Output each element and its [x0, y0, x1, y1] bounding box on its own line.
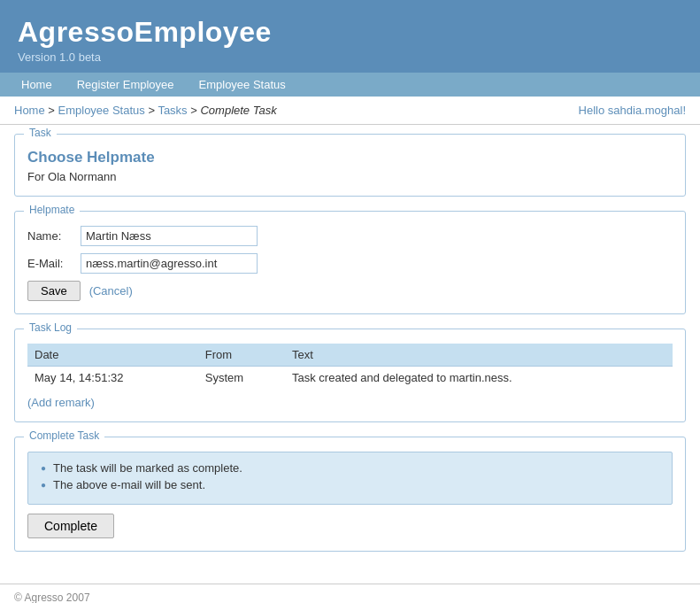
bullet-icon-1: ● [41, 463, 46, 473]
breadcrumb-employee-status[interactable]: Employee Status [58, 104, 145, 117]
greeting-username-colored: moghal [645, 104, 683, 117]
cancel-link[interactable]: (Cancel) [89, 284, 133, 298]
nav-employee-status[interactable]: Employee Status [187, 73, 298, 97]
complete-info-box: ● The task will be marked as complete. ●… [27, 452, 673, 505]
bullet-text-1: The task will be marked as complete. [53, 461, 242, 475]
app-title: AgressoEmployee [18, 16, 682, 49]
bullet-item-2: ● The above e-mail will be sent. [41, 478, 659, 491]
helpmate-section-legend: Helpmate [24, 204, 80, 216]
col-text: Text [285, 344, 673, 367]
breadcrumb-tasks[interactable]: Tasks [158, 104, 187, 117]
tasklog-section: Task Log Date From Text May 14, 14:51:32… [14, 329, 686, 422]
greeting-prefix: Hello [579, 104, 608, 117]
app-version: Version 1.0 beta [18, 50, 682, 64]
col-date: Date [27, 344, 198, 367]
breadcrumb: Home > Employee Status > Tasks > Complet… [14, 104, 277, 117]
footer: © Agresso 2007 [0, 584, 700, 603]
breadcrumb-home[interactable]: Home [14, 104, 45, 117]
app-header: AgressoEmployee Version 1.0 beta [0, 0, 700, 73]
nav-register-employee[interactable]: Register Employee [65, 73, 187, 97]
table-row: May 14, 14:51:32 System Task created and… [27, 367, 673, 390]
name-label: Name: [27, 229, 81, 243]
nav-home[interactable]: Home [9, 73, 65, 97]
navbar: Home Register Employee Employee Status [0, 73, 700, 97]
col-from: From [198, 344, 285, 367]
email-input[interactable] [81, 253, 258, 274]
tasklog-table: Date From Text May 14, 14:51:32 System T… [27, 344, 673, 389]
greeting-username-plain: sahdia. [608, 104, 645, 117]
name-row: Name: [27, 226, 673, 246]
main-content: Task Choose Helpmate For Ola Normann Hel… [0, 125, 700, 575]
form-actions: Save (Cancel) [27, 281, 673, 301]
footer-text: © Agresso 2007 [14, 591, 90, 603]
email-row: E-Mail: [27, 253, 673, 274]
greeting: Hello sahdia.moghal! [579, 104, 686, 117]
complete-bullets: ● The task will be marked as complete. ●… [41, 461, 659, 491]
add-remark-link[interactable]: (Add remark) [27, 396, 95, 409]
save-button[interactable]: Save [27, 281, 81, 301]
bullet-item-1: ● The task will be marked as complete. [41, 461, 659, 475]
task-title: Choose Helpmate [27, 149, 673, 166]
log-from: System [198, 367, 285, 390]
task-for: For Ola Normann [27, 170, 673, 183]
complete-task-legend: Complete Task [24, 429, 104, 442]
name-input[interactable] [81, 226, 258, 246]
tasklog-header-row: Date From Text [27, 344, 673, 367]
task-section: Task Choose Helpmate For Ola Normann [14, 134, 686, 197]
task-section-legend: Task [24, 127, 57, 139]
bullet-icon-2: ● [41, 480, 46, 490]
complete-task-section: Complete Task ● The task will be marked … [14, 437, 686, 552]
log-text: Task created and delegated to martin.nes… [285, 367, 673, 390]
greeting-suffix: ! [682, 104, 686, 117]
tasklog-section-legend: Task Log [24, 321, 77, 334]
log-date: May 14, 14:51:32 [27, 367, 198, 390]
bullet-text-2: The above e-mail will be sent. [53, 478, 205, 491]
helpmate-section: Helpmate Name: E-Mail: Save (Cancel) [14, 211, 686, 314]
email-label: E-Mail: [27, 257, 81, 270]
breadcrumb-bar: Home > Employee Status > Tasks > Complet… [0, 97, 700, 125]
breadcrumb-current: Complete Task [200, 104, 276, 117]
complete-button[interactable]: Complete [27, 514, 114, 538]
